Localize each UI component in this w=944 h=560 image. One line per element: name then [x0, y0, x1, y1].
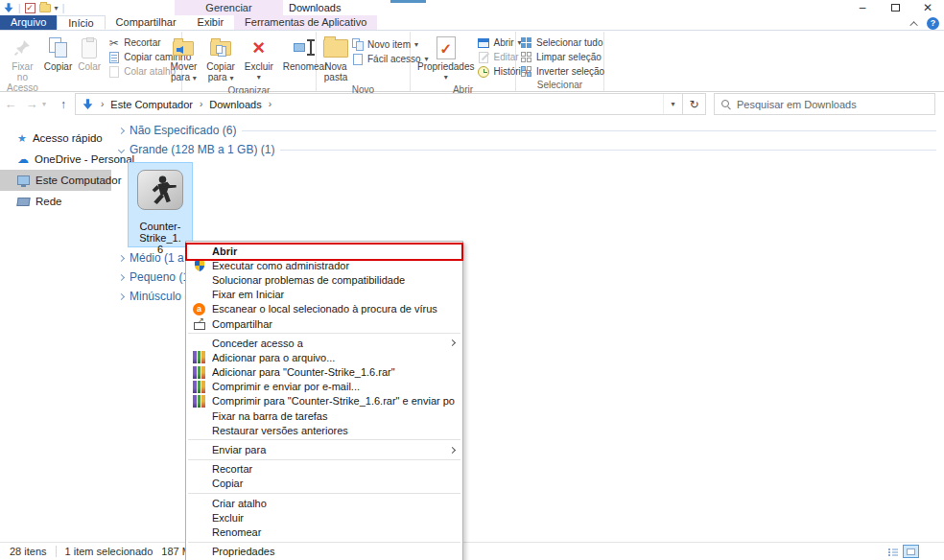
clear-selection-icon	[520, 52, 532, 63]
sidebar-item-this-pc[interactable]: Este Computador	[0, 170, 111, 191]
menu-item-abrir[interactable]: Abrir	[186, 244, 462, 258]
paste-button[interactable]: Colar	[75, 35, 104, 73]
breadcrumb-this-pc[interactable]: Este Computador	[110, 99, 193, 110]
network-icon	[16, 198, 30, 206]
menu-separator	[188, 493, 460, 494]
sidebar-item-label: Acesso rápido	[33, 132, 103, 144]
thumbnails-view-icon[interactable]	[903, 545, 919, 558]
search-box[interactable]	[714, 93, 935, 115]
menu-item-conceder-acesso[interactable]: Conceder acesso a	[186, 336, 462, 350]
breadcrumb-chevron-icon[interactable]: ›	[193, 99, 209, 109]
tab-compartilhar[interactable]: Compartilhar	[106, 15, 187, 30]
invert-selection-button[interactable]: Inverter seleção	[520, 64, 604, 79]
forward-button[interactable]: →	[21, 97, 42, 111]
new-folder-button[interactable]: Nova pasta	[320, 35, 351, 83]
menu-item-copiar[interactable]: Copiar	[186, 477, 462, 491]
copy-to-button[interactable]: Copiar para ▾	[203, 35, 237, 84]
ribbon-group-organize: Mover para ▾ Copiar para ▾ × Excluir ▾ R…	[182, 32, 317, 91]
menu-item-enviar-para[interactable]: Enviar para	[186, 442, 462, 456]
restore-icon	[891, 4, 900, 12]
menu-item-executar-como-administrador[interactable]: Executar como administrador	[186, 258, 462, 272]
menu-item-rar-adicionar-nomeado[interactable]: Adicionar para "Counter-Strike_1.6.rar"	[186, 365, 462, 380]
help-icon[interactable]: ?	[927, 17, 939, 30]
chevron-right-icon[interactable]	[118, 127, 125, 133]
menu-separator	[188, 542, 460, 543]
selection-count: 1 item selecionado	[65, 546, 153, 557]
select-all-button[interactable]: Selecionar tudo	[520, 35, 604, 50]
cloud-icon: ☁	[17, 152, 29, 166]
menu-item-restaurar-versoes[interactable]: Restaurar versões anteriores	[186, 423, 462, 437]
search-input[interactable]	[737, 99, 909, 110]
menu-item-rar-adicionar[interactable]: Adicionar para o arquivo...	[186, 350, 462, 364]
invert-selection-label: Inverter seleção	[536, 66, 604, 77]
file-tile-counter-strike[interactable]: Counter-Strike_1. 6	[128, 162, 193, 247]
menu-item-excluir[interactable]: Excluir	[186, 510, 462, 525]
address-dropdown-caret-icon[interactable]: ▾	[663, 94, 682, 114]
copy-button[interactable]: Copiar	[41, 35, 75, 73]
submenu-arrow-icon	[449, 339, 456, 346]
search-icon	[721, 100, 731, 109]
new-folder-qat-icon[interactable]	[39, 4, 51, 12]
up-button[interactable]: ↑	[54, 98, 73, 111]
menu-item-rar-comprimir-email[interactable]: Comprimir e enviar por e-mail...	[186, 380, 462, 394]
properties-icon: ✓	[437, 35, 456, 60]
tab-exibir[interactable]: Exibir	[187, 15, 235, 30]
group-title: Não Especificado (6)	[130, 124, 236, 137]
breadcrumb-chevron-icon[interactable]: ›	[262, 99, 278, 109]
menu-item-rar-comprimir-nomeado-email[interactable]: Comprimir para "Counter-Strike_1.6.rar" …	[186, 394, 462, 408]
qat-separator: |	[18, 3, 21, 13]
menu-item-fixar-barra-tarefas[interactable]: Fixar na barra de tarefas	[186, 408, 462, 423]
file-name-line1: Counter-Strike_1.	[129, 221, 192, 244]
chevron-right-icon[interactable]	[118, 254, 125, 261]
new-folder-label-line1: Nova	[324, 61, 346, 72]
properties-button[interactable]: ✓ Propriedades ▾	[414, 35, 477, 83]
chevron-down-icon[interactable]	[118, 146, 125, 152]
delete-button[interactable]: × Excluir ▾	[242, 35, 276, 83]
menu-item-compartilhar[interactable]: Compartilhar	[186, 316, 462, 331]
menu-item-criar-atalho[interactable]: Criar atalho	[186, 496, 462, 510]
restore-button[interactable]	[879, 0, 911, 15]
menu-item-renomear[interactable]: Renomear	[186, 525, 462, 539]
sidebar-item-quick-access[interactable]: ★ Acesso rápido	[0, 128, 111, 149]
items-count: 28 itens	[10, 546, 47, 557]
qat-customize-caret-icon[interactable]: ▾	[55, 4, 59, 12]
chevron-right-icon[interactable]	[118, 292, 125, 299]
menu-item-propriedades[interactable]: Propriedades	[186, 545, 462, 559]
tab-arquivo[interactable]: Arquivo	[0, 15, 57, 30]
menu-item-fixar-em-iniciar[interactable]: Fixar em Iniciar	[186, 288, 462, 302]
chevron-right-icon[interactable]	[118, 273, 125, 280]
breadcrumb-downloads[interactable]: Downloads	[209, 99, 261, 110]
ribbon-group-new: Nova pasta Novo item ▾ Fácil acesso ▾ No…	[317, 32, 411, 91]
pin-icon	[12, 35, 32, 60]
refresh-button[interactable]: ↻	[683, 93, 706, 115]
sidebar-item-network[interactable]: Rede	[0, 191, 111, 212]
status-bar: 28 itens 1 item selecionado 187 MB	[0, 542, 944, 560]
properties-label: Propriedades	[417, 61, 474, 72]
breadcrumb-chevron-icon: ›	[94, 99, 110, 109]
details-view-icon[interactable]	[885, 546, 899, 557]
properties-qat-icon[interactable]: ✓	[25, 3, 35, 13]
minimize-button[interactable]: –	[846, 0, 879, 15]
winrar-icon	[192, 365, 206, 379]
menu-item-solucionar-problemas[interactable]: Solucionar problemas de compatibilidade	[186, 272, 462, 287]
breadcrumb[interactable]: › Este Computador › Downloads › ▾	[75, 93, 683, 115]
ribbon-mini-controls: ?	[912, 17, 939, 30]
tab-ferramentas-de-aplicativo[interactable]: Ferramentas de Aplicativo	[234, 15, 377, 30]
menu-item-recortar[interactable]: Recortar	[186, 462, 462, 477]
recent-locations-caret-icon[interactable]: ▾	[42, 100, 54, 108]
menu-item-escanear-virus[interactable]: a Escanear o local selecionado à procura…	[186, 302, 462, 316]
clear-selection-button[interactable]: Limpar seleção	[520, 50, 604, 64]
navigation-pane: ★ Acesso rápido ☁ OneDrive - Personal Es…	[0, 116, 111, 542]
group-header-unspecified[interactable]: Não Especificado (6)	[119, 122, 936, 139]
tab-inicio[interactable]: Início	[57, 15, 105, 30]
back-button[interactable]: ←	[0, 97, 21, 111]
antivirus-icon: a	[192, 302, 206, 315]
close-button[interactable]: ✕	[911, 0, 944, 15]
dropdown-caret-icon: ▾	[257, 72, 261, 82]
sidebar-item-onedrive[interactable]: ☁ OneDrive - Personal	[0, 149, 111, 170]
group-header-large[interactable]: Grande (128 MB a 1 GB) (1)	[119, 141, 936, 158]
computer-icon	[17, 175, 30, 185]
select-all-icon	[520, 37, 532, 49]
clear-selection-label: Limpar seleção	[536, 52, 602, 62]
move-to-button[interactable]: Mover para ▾	[168, 35, 201, 84]
